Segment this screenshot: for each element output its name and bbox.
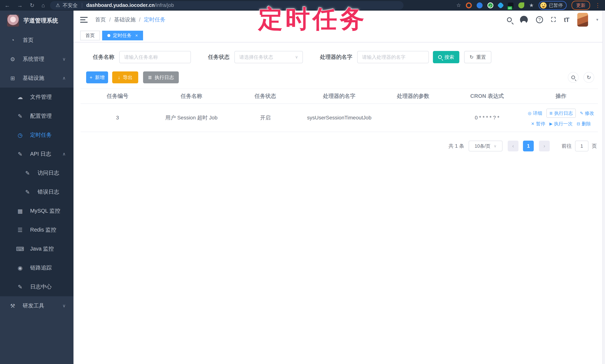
job-log-button[interactable]: ≣ 执行日志 [143, 71, 179, 83]
refresh-button[interactable]: ↻ [583, 72, 594, 83]
browser-reload-icon[interactable]: ↻ [30, 2, 34, 9]
eye-icon: ◎ [528, 111, 531, 116]
job-name-input[interactable] [119, 51, 191, 63]
tab-scheduled-jobs[interactable]: 定时任务 × [102, 31, 143, 40]
reset-button-label: 重置 [476, 54, 486, 60]
add-button[interactable]: + 新增 [86, 71, 108, 83]
goto-page-input[interactable] [575, 141, 589, 151]
sidebar-item-dev-tools[interactable]: ⚒ 研发工具 ∨ [0, 296, 74, 315]
sidebar-item-system-management[interactable]: ⚙ 系统管理 ∨ [0, 50, 74, 69]
not-secure-warning-icon: ⚠ [56, 2, 60, 8]
github-icon[interactable] [520, 16, 528, 24]
job-name-label: 任务名称 [93, 53, 114, 61]
sidebar-item-label: 基础设施 [23, 74, 44, 82]
run-once-link[interactable]: ▶执行一次 [549, 121, 573, 127]
sidebar-item-mysql-monitor[interactable]: ▦ MySQL 监控 [0, 201, 74, 221]
bookmark-star-icon[interactable]: ☆ [456, 2, 461, 8]
extension-dark-icon[interactable]: on [508, 3, 513, 8]
breadcrumb-current: 定时任务 [144, 16, 165, 24]
sidebar-item-trace[interactable]: ◉ 链路追踪 [0, 258, 74, 277]
extension-blue-gem-icon[interactable] [497, 2, 504, 9]
sidebar-item-infrastructure[interactable]: ⊞ 基础设施 ∧ [0, 69, 74, 88]
sidebar-item-error-log[interactable]: ✎ 错误日志 [0, 182, 74, 201]
chevron-up-icon: ∧ [62, 76, 66, 81]
sidebar-item-file-management[interactable]: ☁ 文件管理 [0, 88, 74, 107]
access-log-icon: ✎ [24, 170, 32, 176]
breadcrumb-separator: / [139, 17, 141, 23]
close-icon[interactable]: × [135, 33, 138, 38]
browser-menu-icon[interactable]: ⋮ [595, 2, 601, 9]
add-button-label: 新增 [95, 74, 105, 81]
sidebar-item-config-management[interactable]: ✎ 配置管理 [0, 107, 74, 126]
sidebar-item-home[interactable]: ◔ 首页 [0, 31, 74, 50]
help-icon[interactable]: ? [536, 16, 543, 23]
sidebar-item-label: 日志中心 [30, 283, 52, 290]
breadcrumb-infrastructure[interactable]: 基础设施 [114, 16, 136, 24]
sidebar-item-label: 错误日志 [38, 188, 59, 196]
delete-link[interactable]: ⊟删除 [577, 121, 591, 127]
reset-button[interactable]: ↻ 重置 [464, 51, 491, 63]
browser-update-button[interactable]: 更新 [572, 1, 590, 10]
chevron-down-icon: ∨ [494, 144, 497, 148]
sidebar-item-access-log[interactable]: ✎ 访问日志 [0, 164, 74, 182]
breadcrumb-home[interactable]: 首页 [95, 16, 106, 24]
job-status-label: 任务状态 [208, 53, 230, 61]
user-avatar[interactable] [577, 13, 588, 26]
sidebar-item-api-log[interactable]: ✎ API 日志 ∧ [0, 144, 74, 164]
next-page-button[interactable]: › [539, 141, 550, 151]
col-job-status: 任务状态 [228, 89, 302, 104]
detail-link[interactable]: ◎详细 [528, 110, 542, 116]
cell-job-name: 用户 Session 超时 Job [154, 104, 228, 132]
page-size-select[interactable]: 10条/页 ∨ [469, 141, 502, 151]
sidebar-item-label: 配置管理 [30, 112, 52, 120]
select-placeholder: 请选择任务状态 [239, 54, 273, 60]
active-tab-dot [107, 34, 110, 37]
edit-link[interactable]: ✎修改 [580, 110, 594, 116]
prev-page-button[interactable]: ‹ [508, 141, 518, 151]
job-status-select[interactable]: 请选择任务状态 ∨ [234, 51, 303, 63]
page-1-button[interactable]: 1 [523, 141, 534, 151]
infrastructure-icon: ⊞ [9, 75, 17, 81]
sidebar-item-java-monitor[interactable]: ⌨ Java 监控 [0, 239, 74, 258]
app-title: 芋道管理系统 [24, 17, 58, 25]
mysql-icon: ▦ [16, 208, 24, 214]
page-scrollbar[interactable] [602, 11, 605, 364]
sidebar-item-label: 首页 [23, 37, 33, 44]
browser-back-icon[interactable]: ← [4, 2, 10, 9]
job-log-button-label: 执行日志 [155, 74, 174, 81]
caret-down-icon[interactable]: ▾ [596, 17, 598, 22]
sidebar-collapse-icon[interactable] [80, 17, 88, 23]
fullscreen-icon[interactable]: ⛶ [551, 16, 556, 24]
extension-leaf-icon[interactable] [518, 2, 524, 8]
download-icon: ↓ [118, 75, 120, 80]
search-icon[interactable] [507, 17, 512, 22]
row-actions: ◎详细 ≣执行日志 ✎修改 ✕暂停 ▶执行一次 ⊟删除 [524, 109, 598, 127]
content-area: 任务名称 任务状态 请选择任务状态 ∨ 处理器的名字 搜索 ↻ [74, 42, 605, 364]
paused-extension-chip[interactable]: 已暂停 [539, 1, 567, 10]
log-icon: ≣ [549, 111, 553, 116]
toggle-search-button[interactable] [568, 72, 579, 83]
extension-star-icon[interactable]: ★ [529, 2, 534, 8]
app-logo-row[interactable]: 芋道管理系统 [0, 11, 74, 31]
sidebar-item-scheduled-jobs[interactable]: ◷ 定时任务 [0, 126, 74, 144]
sidebar-item-redis-monitor[interactable]: ☰ Redis 监控 [0, 221, 74, 239]
table-row: 3 用户 Session 超时 Job 开启 sysUserSessionTim… [80, 104, 598, 132]
extension-blue-icon[interactable] [477, 2, 483, 8]
dashboard-icon: ◔ [9, 37, 17, 43]
search-button[interactable]: 搜索 [433, 51, 459, 63]
job-log-link[interactable]: ≣执行日志 [546, 109, 576, 118]
pause-link[interactable]: ✕暂停 [531, 121, 545, 127]
search-icon [438, 55, 442, 59]
col-handler-param: 处理器的参数 [376, 89, 450, 104]
reset-icon: ↻ [470, 54, 474, 60]
font-size-icon[interactable]: tT [564, 16, 569, 24]
tab-home[interactable]: 首页 [80, 31, 100, 40]
extension-green-check-icon[interactable]: ✓ [487, 2, 493, 8]
sidebar-item-log-center[interactable]: ✎ 日志中心 [0, 277, 74, 296]
browser-home-icon[interactable]: ⌂ [41, 2, 45, 9]
sidebar-item-label: 系统管理 [23, 55, 44, 63]
handler-name-input[interactable] [357, 51, 429, 63]
export-button[interactable]: ↓ 导出 [112, 71, 138, 83]
extension-orange-ring-icon[interactable] [466, 2, 472, 8]
browser-forward-icon[interactable]: → [17, 2, 23, 9]
